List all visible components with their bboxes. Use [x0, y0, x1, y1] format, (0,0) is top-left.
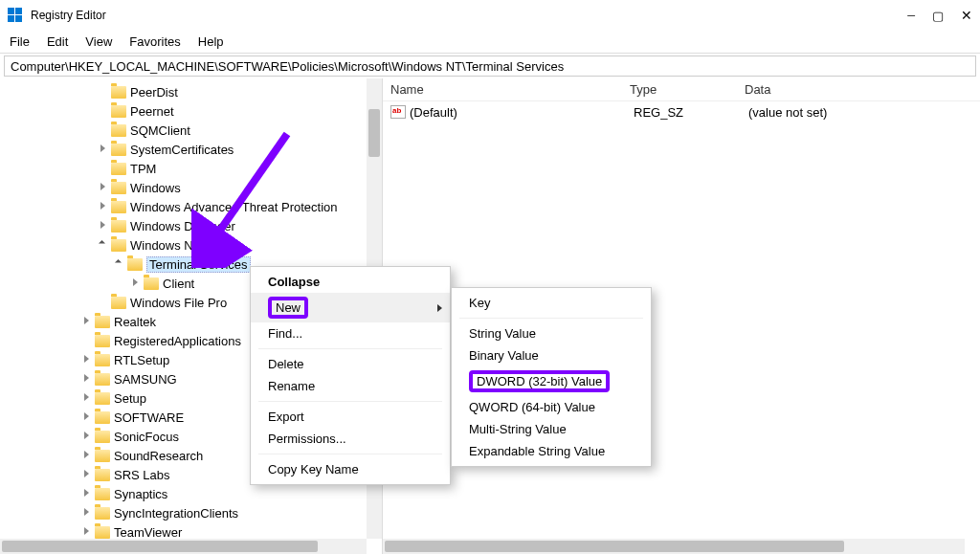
tree-item[interactable]: Windows Advanced Threat Protection — [0, 197, 382, 216]
expander-icon[interactable] — [81, 354, 93, 366]
tree-item[interactable]: TPM — [0, 159, 382, 178]
expander-icon[interactable] — [130, 277, 142, 289]
folder-icon — [111, 182, 126, 194]
tree-item[interactable]: SQMClient — [0, 121, 382, 140]
tree-horizontal-scrollbar[interactable] — [0, 539, 367, 554]
column-header-type[interactable]: Type — [622, 82, 737, 97]
app-icon — [8, 8, 23, 23]
folder-icon — [111, 144, 126, 156]
tree-label: Windows Advanced Threat Protection — [130, 200, 338, 214]
folder-icon — [95, 450, 110, 462]
folder-icon — [95, 335, 110, 347]
folder-icon — [144, 277, 159, 290]
menu-file[interactable]: File — [10, 34, 30, 49]
address-text: Computer\HKEY_LOCAL_MACHINE\SOFTWARE\Pol… — [11, 59, 564, 74]
tree-item[interactable]: TeamViewer — [0, 522, 382, 539]
tree-label: SAMSUNG — [114, 372, 177, 387]
column-header-data[interactable]: Data — [737, 82, 980, 97]
context-menu-main: Collapse New Find... Delete Rename Expor… — [250, 266, 451, 485]
context-rename[interactable]: Rename — [251, 375, 450, 397]
list-horizontal-scrollbar[interactable] — [383, 539, 965, 554]
folder-icon — [127, 258, 143, 271]
highlight-dword: DWORD (32-bit) Value — [469, 370, 610, 392]
submenu-dword[interactable]: DWORD (32-bit) Value — [452, 366, 651, 396]
context-collapse[interactable]: Collapse — [251, 271, 450, 293]
context-new[interactable]: New — [251, 293, 450, 322]
folder-icon — [95, 392, 110, 405]
address-bar[interactable]: Computer\HKEY_LOCAL_MACHINE\SOFTWARE\Pol… — [4, 55, 976, 77]
expander-icon[interactable] — [81, 373, 93, 385]
close-button[interactable]: ✕ — [961, 8, 972, 23]
tree-item[interactable]: Synaptics — [0, 484, 382, 503]
expander-icon[interactable] — [98, 220, 109, 232]
tree-item[interactable]: Windows Defender — [0, 216, 382, 235]
expander-spacer — [98, 124, 109, 136]
menu-bar: File Edit View Favorites Help — [0, 31, 980, 54]
expander-icon[interactable] — [114, 258, 125, 270]
folder-icon — [95, 431, 110, 443]
column-header-name[interactable]: Name — [383, 82, 622, 97]
context-copy-key-name[interactable]: Copy Key Name — [251, 458, 450, 480]
folder-icon — [111, 220, 126, 233]
expander-icon[interactable] — [98, 144, 109, 155]
value-data: (value not set) — [748, 105, 980, 120]
folder-icon — [95, 488, 110, 500]
context-permissions[interactable]: Permissions... — [251, 428, 450, 450]
maximize-button[interactable]: ▢ — [932, 9, 944, 23]
menu-favorites[interactable]: Favorites — [129, 34, 180, 49]
expander-icon[interactable] — [98, 239, 109, 251]
expander-icon[interactable] — [81, 316, 93, 327]
tree-item[interactable]: SyncIntegrationClients — [0, 503, 382, 522]
expander-spacer — [98, 163, 109, 174]
folder-icon — [95, 526, 110, 539]
submenu-string[interactable]: String Value — [452, 322, 651, 344]
context-find[interactable]: Find... — [251, 322, 450, 344]
tree-label: PeerDist — [130, 85, 178, 100]
submenu-expandable-string[interactable]: Expandable String Value — [452, 440, 651, 462]
menu-view[interactable]: View — [85, 34, 112, 49]
folder-icon — [95, 507, 110, 520]
list-row[interactable]: (Default) REG_SZ (value not set) — [383, 101, 980, 122]
expander-spacer — [98, 297, 109, 308]
expander-icon[interactable] — [81, 488, 93, 499]
submenu-qword[interactable]: QWORD (64-bit) Value — [452, 396, 651, 418]
menu-help[interactable]: Help — [198, 34, 224, 49]
title-bar: Registry Editor ─ ▢ ✕ — [0, 0, 980, 31]
tree-label: Terminal Services — [146, 256, 251, 273]
expander-icon[interactable] — [81, 392, 93, 404]
minimize-button[interactable]: ─ — [907, 10, 915, 21]
tree-label: SOFTWARE — [114, 410, 184, 425]
tree-item[interactable]: SystemCertificates — [0, 140, 382, 159]
folder-icon — [111, 105, 126, 118]
expander-icon[interactable] — [81, 411, 93, 423]
tree-item[interactable]: Windows — [0, 178, 382, 197]
folder-icon — [95, 316, 110, 328]
menu-edit[interactable]: Edit — [47, 34, 68, 49]
highlight-new: New — [268, 297, 308, 319]
list-header: Name Type Data — [383, 78, 980, 101]
expander-icon[interactable] — [98, 201, 109, 212]
submenu-binary[interactable]: Binary Value — [452, 344, 651, 366]
expander-icon[interactable] — [81, 507, 93, 519]
expander-icon[interactable] — [98, 182, 109, 193]
folder-icon — [111, 124, 126, 137]
tree-item[interactable]: Peernet — [0, 101, 382, 121]
context-delete[interactable]: Delete — [251, 353, 450, 375]
tree-item[interactable]: Windows NT — [0, 235, 382, 255]
submenu-multi-string[interactable]: Multi-String Value — [452, 418, 651, 440]
expander-icon[interactable] — [81, 526, 93, 538]
expander-icon[interactable] — [81, 431, 93, 442]
tree-item[interactable]: PeerDist — [0, 82, 382, 101]
tree-label: TPM — [130, 162, 156, 176]
submenu-key[interactable]: Key — [452, 292, 651, 314]
tree-label: TeamViewer — [114, 525, 182, 540]
expander-icon[interactable] — [81, 450, 93, 461]
tree-label: Windows Defender — [130, 219, 235, 233]
tree-label: SoundResearch — [114, 449, 203, 463]
tree-label: Windows File Pro — [130, 296, 227, 310]
tree-label: SRS Labs — [114, 468, 170, 482]
folder-icon — [111, 297, 126, 309]
context-export[interactable]: Export — [251, 406, 450, 428]
expander-icon[interactable] — [81, 469, 93, 480]
tree-label: Client — [163, 277, 194, 291]
